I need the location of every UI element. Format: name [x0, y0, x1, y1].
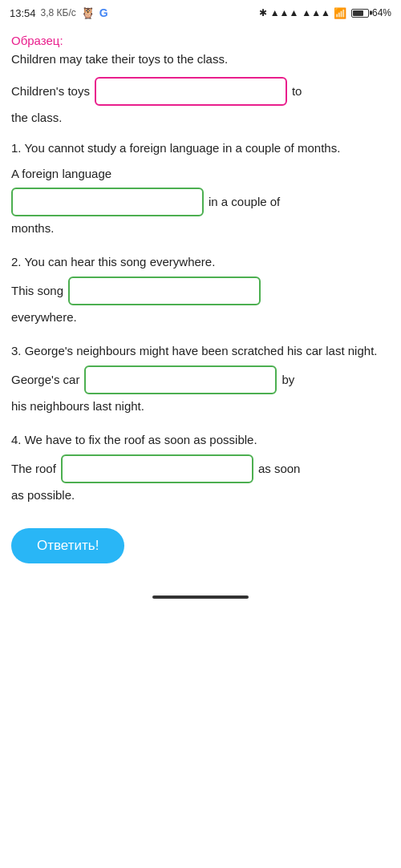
q4-prefix: The roof: [11, 458, 56, 479]
q1-number: 1. You cannot study a foreign language i…: [11, 139, 390, 158]
status-right: ✱ ▲▲▲ ▲▲▲ 📶 64%: [259, 7, 391, 19]
bottom-bar: [0, 595, 401, 605]
q4-input[interactable]: [61, 454, 253, 483]
q3-original: George's neighbours might have been scra…: [25, 344, 378, 357]
battery-percent: 64%: [372, 7, 391, 18]
q4-exercise-row: The roof as soon: [11, 454, 390, 483]
q3-input[interactable]: [84, 365, 277, 394]
q3-prefix: George's car: [11, 369, 79, 390]
q3-exercise-row: George's car by: [11, 365, 390, 394]
time-display: 13:54: [10, 7, 36, 19]
q4-original: We have to fix the roof as soon as possi…: [25, 433, 257, 446]
q2-prefix: This song: [11, 280, 63, 301]
main-content: Образец: Children may take their toys to…: [0, 26, 401, 595]
question-block-2: 2. You can hear this song everywhere. Th…: [11, 253, 390, 326]
q4-id: 4.: [11, 433, 25, 446]
example-continuation: the class.: [11, 109, 390, 127]
q1-prefix: A foreign language: [11, 163, 111, 184]
q3-continuation: his neighbours last night.: [11, 398, 390, 416]
example-original: Children may take their toys to the clas…: [11, 50, 390, 69]
q1-input-row: in a couple of: [11, 188, 390, 216]
q2-original: You can hear this song everywhere.: [24, 255, 215, 268]
owl-icon: 🦉: [81, 6, 95, 19]
answer-button[interactable]: Ответить!: [11, 528, 124, 563]
battery-fill: [353, 10, 363, 16]
q3-number: 3. George's neighbours might have been s…: [11, 342, 390, 361]
question-block-4: 4. We have to fix the roof as soon as po…: [11, 431, 390, 504]
signal-icon1: ▲▲▲: [270, 7, 299, 18]
wifi-icon: 📶: [334, 7, 346, 19]
q1-id: 1.: [11, 141, 24, 155]
q2-id: 2.: [11, 255, 24, 268]
q2-continuation: everywhere.: [11, 309, 390, 327]
question-block-1: 1. You cannot study a foreign language i…: [11, 139, 390, 237]
q2-number: 2. You can hear this song everywhere.: [11, 253, 390, 272]
q2-input[interactable]: [68, 277, 261, 305]
q4-continuation: as possible.: [11, 486, 390, 505]
q2-exercise-row: This song: [11, 277, 390, 305]
battery-icon: [351, 9, 369, 18]
signal-icon2: ▲▲▲: [302, 7, 330, 18]
q1-original: You cannot study a foreign language in a…: [24, 141, 340, 155]
obrazec-label: Образец:: [11, 34, 390, 47]
q1-suffix: in a couple of: [209, 191, 280, 212]
status-left: 13:54 3,8 КБ/с 🦉 G: [10, 6, 108, 19]
q3-suffix: by: [282, 369, 294, 390]
home-indicator: [152, 595, 249, 599]
status-bar: 13:54 3,8 КБ/с 🦉 G ✱ ▲▲▲ ▲▲▲ 📶 64%: [0, 0, 401, 26]
q4-suffix: as soon: [258, 458, 301, 479]
q1-input[interactable]: [11, 188, 204, 216]
google-icon: G: [99, 6, 108, 19]
file-size-display: 3,8 КБ/с: [41, 7, 76, 18]
bluetooth-icon: ✱: [259, 7, 267, 18]
example-input[interactable]: [95, 77, 287, 106]
q1-continuation: months.: [11, 220, 390, 238]
q3-id: 3.: [11, 344, 25, 357]
q4-number: 4. We have to fix the roof as soon as po…: [11, 431, 390, 450]
question-block-3: 3. George's neighbours might have been s…: [11, 342, 390, 415]
example-prefix: Children's toys: [11, 80, 90, 102]
q1-exercise-row: A foreign language: [11, 163, 390, 184]
example-suffix: to: [292, 80, 302, 102]
example-exercise-row: Children's toys to: [11, 77, 390, 106]
